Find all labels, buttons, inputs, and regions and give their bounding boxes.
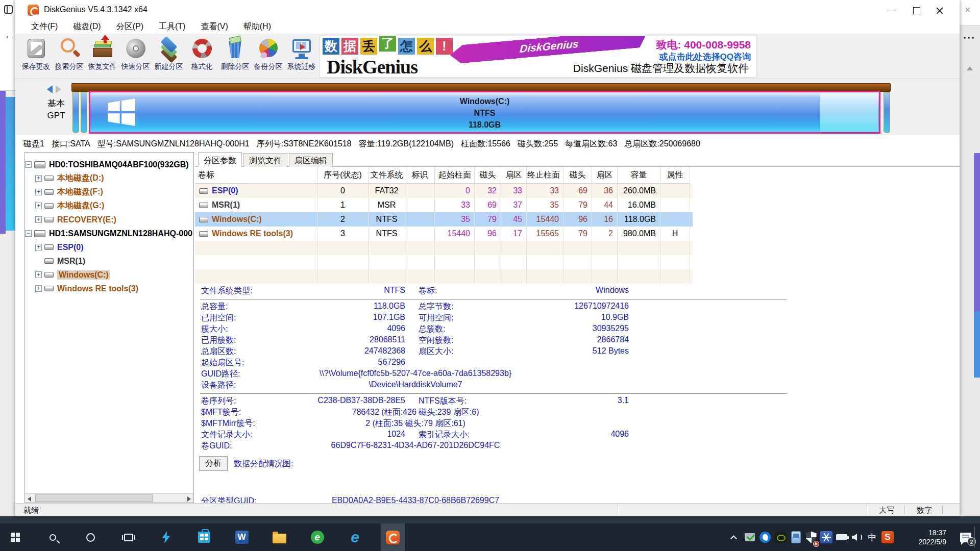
scroll-up-icon[interactable] [967, 66, 973, 70]
scroll-left-icon[interactable] [28, 496, 31, 502]
tree-item-windows-c[interactable]: + Windows(C:) [25, 268, 193, 282]
maximize-button[interactable] [904, 0, 928, 20]
taskbar-search-button[interactable] [41, 523, 65, 551]
tree-item-esp[interactable]: + ESP(0) [25, 240, 193, 254]
tree-item-local-f[interactable]: + 本地磁盘(F:) [25, 185, 193, 199]
expand-icon[interactable]: + [35, 285, 42, 292]
taskbar-app-word[interactable]: W [230, 523, 254, 551]
quick-partition-button[interactable]: 快速分区 [119, 35, 152, 78]
expand-icon[interactable]: + [35, 203, 42, 209]
system-migration-button[interactable]: 系统迁移 [285, 35, 318, 78]
expand-icon[interactable]: + [35, 271, 42, 278]
recover-files-button[interactable]: 恢复文件 [86, 35, 119, 78]
disk-tree-panel: − HD0:TOSHIBAMQ04ABF100(932GB) + 本地磁盘(D:… [24, 152, 194, 503]
table-row-msr[interactable]: MSR(1) 1 MSR 33 69 37 35 79 44 16.0MB [195, 198, 693, 212]
table-row-empty [195, 241, 693, 255]
prev-disk-icon[interactable] [47, 85, 53, 93]
tray-ime[interactable]: 中 [865, 523, 880, 551]
partition-icon [44, 176, 54, 181]
expand-icon[interactable]: + [35, 175, 42, 182]
taskbar-app-flash[interactable] [154, 523, 178, 551]
system-migration-icon [290, 37, 313, 60]
cortana-button[interactable] [79, 523, 103, 551]
back-arrow-icon[interactable]: ← [4, 29, 15, 42]
analyze-button[interactable]: 分析 [199, 456, 228, 471]
tray-snowflake[interactable] [819, 523, 834, 551]
partition-segment-msr[interactable] [81, 92, 87, 133]
recover-files-icon [91, 37, 114, 60]
show-desktop-divider[interactable] [974, 527, 975, 548]
partition-icon [44, 244, 54, 250]
tree-item-recovery-e[interactable]: + RECOVERY(E:) [25, 213, 193, 227]
expand-icon[interactable]: + [35, 189, 42, 195]
minimize-button[interactable] [881, 0, 904, 20]
partition-segment-windows-c[interactable]: Windows(C:) NTFS 118.0GB [89, 91, 880, 134]
tab-browse-files[interactable]: 浏览文件 [243, 153, 287, 167]
delete-partition-button[interactable]: 删除分区 [218, 35, 252, 78]
tree-item-hd1[interactable]: − HD1:SAMSUNGMZNLN128HAHQ-000 [25, 227, 193, 240]
search-partition-button[interactable]: 搜索分区 [53, 35, 86, 78]
quick-partition-icon [124, 37, 148, 60]
tree-item-local-g[interactable]: + 本地磁盘(G:) [25, 199, 193, 213]
tree-item-msr[interactable]: MSR(1) [25, 254, 193, 268]
ad-ribbon: DiskGenius [449, 36, 649, 64]
collapse-icon[interactable]: − [25, 161, 32, 168]
scrollbar-thumb[interactable] [35, 494, 153, 502]
tree-item-windows-re[interactable]: + Windows RE tools(3) [25, 282, 193, 295]
taskbar-app-store[interactable] [192, 523, 216, 551]
partition-icon [199, 188, 208, 194]
table-row-esp[interactable]: ESP(0) 0 FAT32 0 32 33 33 69 36 260.0MB [195, 184, 693, 198]
next-disk-icon[interactable] [56, 85, 61, 93]
partition-icon [199, 203, 208, 208]
menu-help[interactable]: 帮助(H) [236, 20, 279, 34]
collapse-icon[interactable]: − [25, 230, 32, 237]
taskbar-app-browser-green[interactable]: e [305, 523, 329, 551]
menu-disk[interactable]: 磁盘(D) [65, 20, 108, 34]
tray-netcard[interactable] [788, 523, 803, 551]
close-icon[interactable]: × [965, 4, 971, 16]
tree-horizontal-scrollbar[interactable] [25, 493, 193, 503]
partition-segment-esp[interactable] [72, 92, 79, 133]
menu-view[interactable]: 查看(V) [193, 20, 235, 34]
task-view-button[interactable] [116, 523, 140, 551]
taskbar-app-diskgenius-active[interactable] [381, 523, 405, 551]
tab-sector-edit[interactable]: 扇区编辑 [289, 153, 333, 167]
menu-tools[interactable]: 工具(T) [151, 20, 193, 34]
tray-messenger[interactable] [757, 523, 773, 551]
taskbar-clock[interactable]: 18:37 2022/5/9 [902, 528, 946, 546]
tray-volume[interactable] [849, 523, 865, 551]
taskbar-app-edge[interactable]: e [343, 523, 367, 551]
ad-banner[interactable]: 数 据 丢 了 怎 么 ! DiskGenius DiskGenius 致电: … [319, 36, 756, 78]
tree-item-local-d[interactable]: + 本地磁盘(D:) [25, 171, 193, 185]
more-menu-icon[interactable] [964, 37, 975, 39]
tray-security[interactable] [803, 523, 819, 551]
scroll-right-icon[interactable] [187, 496, 191, 502]
expand-icon[interactable]: + [35, 216, 42, 223]
background-window-left: ← [0, 0, 15, 516]
nvidia-icon [775, 532, 786, 543]
close-button[interactable] [928, 0, 951, 20]
table-row-windows-c-selected[interactable]: Windows(C:) 2 NTFS 35 79 45 15440 96 16 … [195, 212, 693, 227]
new-partition-button[interactable]: 新建分区 [152, 35, 185, 78]
tray-expand-button[interactable] [727, 523, 742, 551]
tray-power[interactable] [834, 523, 849, 551]
format-button[interactable]: 格式化 [185, 35, 218, 78]
menu-file[interactable]: 文件(F) [23, 20, 65, 34]
table-row-windows-re[interactable]: Windows RE tools(3) 3 NTFS 15440 96 17 1… [195, 227, 693, 241]
expand-icon[interactable]: + [35, 244, 42, 251]
start-button[interactable] [3, 523, 27, 551]
taskbar-app-explorer[interactable] [267, 523, 291, 551]
notification-center-button[interactable]: 2 [951, 523, 980, 551]
title-bar: DiskGenius V5.4.3.1342 x64 [15, 0, 960, 20]
partition-segment-re-tools[interactable] [884, 92, 890, 133]
partition-icon [44, 258, 54, 264]
tray-nvidia[interactable] [773, 523, 788, 551]
tray-update[interactable] [742, 523, 757, 551]
tab-partition-params[interactable]: 分区参数 [198, 152, 242, 167]
tray-sogou[interactable]: S [880, 523, 895, 551]
menu-partition[interactable]: 分区(P) [109, 20, 151, 34]
save-changes-button[interactable]: 保存更改 [19, 35, 53, 78]
lightning-icon [161, 531, 172, 543]
backup-partition-button[interactable]: 备份分区 [252, 35, 285, 78]
tree-item-hd0[interactable]: − HD0:TOSHIBAMQ04ABF100(932GB) [25, 158, 193, 171]
